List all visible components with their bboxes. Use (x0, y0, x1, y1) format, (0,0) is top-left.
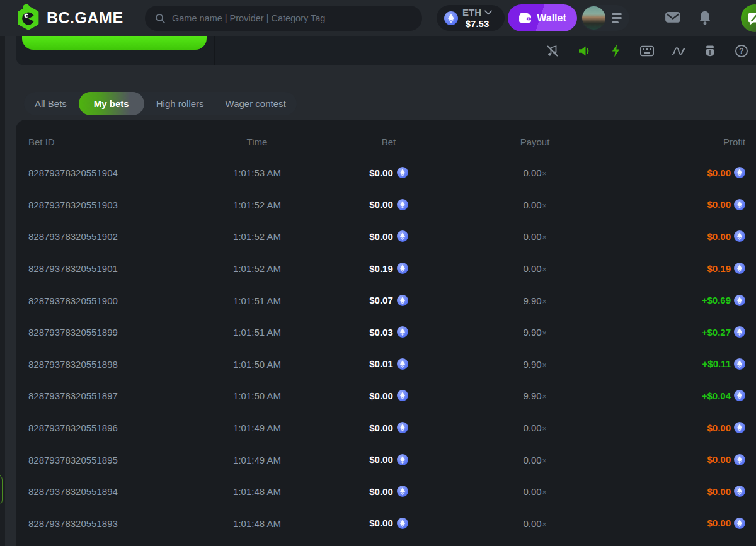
tab-my-bets[interactable]: My bets (79, 92, 144, 115)
trends-icon[interactable] (672, 44, 685, 58)
search-icon (155, 13, 166, 24)
col-bet: Bet (326, 137, 452, 147)
mail-icon (665, 10, 681, 24)
bet-profit: $0.00 (619, 157, 745, 189)
bet-payout: 0.00× (472, 518, 598, 528)
table-row[interactable]: 828793783205519031:01:52 AM$0.000.00×$0.… (16, 189, 756, 221)
bet-profit: $0.00 (619, 443, 745, 475)
bet-time: 1:01:51 AM (178, 327, 336, 338)
bet-time: 1:01:51 AM (178, 295, 336, 305)
eth-coin-icon (734, 358, 745, 370)
table-row[interactable]: 828793783205519021:01:52 AM$0.000.00×$0.… (16, 220, 756, 253)
game-toolbar: ? (224, 36, 756, 65)
table-row[interactable]: 828793783205518961:01:49 AM$0.000.00×$0.… (16, 412, 756, 444)
bet-payout: 0.00× (472, 486, 598, 497)
bet-amount: $0.03 (326, 316, 452, 348)
eth-coin-icon (734, 295, 745, 306)
tab-all-bets[interactable]: All Bets (24, 92, 77, 115)
bet-time: 1:01:49 AM (178, 454, 336, 465)
chat-icon (748, 12, 756, 25)
eth-coin-icon (734, 263, 745, 274)
avatar[interactable] (582, 6, 605, 30)
quick-bet-bolt-icon[interactable] (609, 44, 622, 58)
table-row[interactable]: 828793783205518941:01:48 AM$0.000.00×$0.… (16, 475, 756, 508)
eth-coin-icon (397, 295, 408, 306)
brand-logo[interactable]: BC.GAME (16, 4, 123, 31)
eth-coin-icon (734, 230, 745, 242)
eth-coin-icon (397, 454, 408, 465)
bets-table: Bet ID Time Bet Payout Profit 8287937832… (16, 120, 756, 546)
table-row[interactable]: 828793783205518981:01:50 AM$0.019.90×+$0… (16, 348, 756, 380)
bet-profit: $0.00 (619, 412, 745, 444)
wallet-icon (518, 13, 532, 23)
help-icon[interactable]: ? (735, 44, 748, 58)
brand-logo-icon (16, 4, 40, 31)
bet-payout: 0.00× (472, 199, 598, 210)
eth-coin-icon (734, 167, 745, 178)
hotkeys-keyboard-icon[interactable] (640, 44, 654, 58)
bet-payout: 0.00× (472, 263, 598, 274)
bets-tabs: All BetsMy betsHigh rollersWager contest (24, 92, 297, 115)
bet-time: 1:01:48 AM (178, 486, 336, 497)
menu-icon (612, 13, 622, 23)
bet-amount: $0.00 (326, 157, 452, 189)
table-row[interactable]: 828793783205519011:01:52 AM$0.190.00×$0.… (16, 253, 756, 285)
currency-code: ETH (462, 7, 481, 18)
bet-amount: $0.00 (326, 380, 452, 412)
bet-payout: 0.00× (472, 454, 598, 465)
bet-profit: $0.00 (619, 189, 745, 221)
left-edge-strip (0, 36, 5, 546)
bet-payout: 0.00× (472, 423, 598, 433)
eth-coin-icon (734, 454, 745, 465)
table-row[interactable]: 828793783205519001:01:51 AM$0.079.90×+$0… (16, 284, 756, 316)
eth-coin-icon (397, 358, 408, 370)
bet-amount: $0.00 (326, 508, 452, 540)
bet-profit: $0.00 (619, 508, 745, 540)
currency-balance: $7.53 (466, 18, 490, 29)
eth-coin-icon (397, 518, 408, 529)
seed-jar-icon[interactable] (703, 44, 717, 58)
bet-payout: 9.90× (472, 390, 598, 401)
bet-time: 1:01:49 AM (178, 423, 336, 433)
wallet-label: Wallet (537, 13, 566, 24)
table-row[interactable]: 828793783205518931:01:48 AM$0.000.00×$0.… (16, 508, 756, 540)
eth-coin-icon (397, 422, 408, 433)
search-input[interactable] (172, 13, 412, 23)
bet-profit: $0.00 (619, 475, 745, 508)
table-row[interactable]: 828793783205518951:01:49 AM$0.000.00×$0.… (16, 443, 756, 475)
chevron-down-icon (484, 10, 492, 15)
eth-coin-icon (734, 326, 745, 338)
col-payout: Payout (472, 137, 598, 147)
bet-payout: 0.00× (472, 231, 598, 242)
eth-coin-icon (397, 390, 408, 401)
tab-wager-contest[interactable]: Wager contest (215, 92, 297, 115)
eth-coin-icon (397, 199, 408, 210)
eth-coin-icon (734, 518, 745, 529)
tab-high-rollers[interactable]: High rollers (146, 92, 215, 115)
side-panel-fragment (0, 474, 3, 506)
eth-coin-icon (397, 230, 408, 242)
bell-icon (698, 10, 712, 25)
eth-coin-icon (444, 11, 458, 25)
currency-selector[interactable]: ETH $7.53 (437, 5, 505, 31)
bet-amount: $0.00 (326, 220, 452, 253)
sound-on-icon[interactable] (577, 44, 591, 58)
mail-button[interactable] (665, 10, 681, 26)
game-search[interactable] (145, 6, 422, 31)
notifications-button[interactable] (698, 10, 712, 28)
top-header: BC.GAME ETH $7.53 (0, 0, 756, 36)
table-row[interactable]: 828793783205519041:01:53 AM$0.000.00×$0.… (16, 157, 756, 189)
bet-button[interactable] (22, 36, 207, 50)
table-body: 828793783205519041:01:53 AM$0.000.00×$0.… (16, 157, 756, 539)
profile-menu[interactable] (581, 5, 629, 31)
brand-name: BC.GAME (47, 9, 123, 27)
bet-payout: 0.00× (472, 168, 598, 178)
wallet-button[interactable]: Wallet (508, 4, 577, 31)
table-row[interactable]: 828793783205518991:01:51 AM$0.039.90×+$0… (16, 316, 756, 348)
bet-profit: $0.19 (619, 253, 745, 285)
bet-profit: $0.00 (619, 220, 745, 253)
bet-time: 1:01:48 AM (178, 518, 336, 528)
table-row[interactable]: 828793783205518971:01:50 AM$0.009.90×+$0… (16, 380, 756, 412)
bet-amount: $0.01 (326, 348, 452, 380)
music-off-icon[interactable] (546, 44, 559, 58)
